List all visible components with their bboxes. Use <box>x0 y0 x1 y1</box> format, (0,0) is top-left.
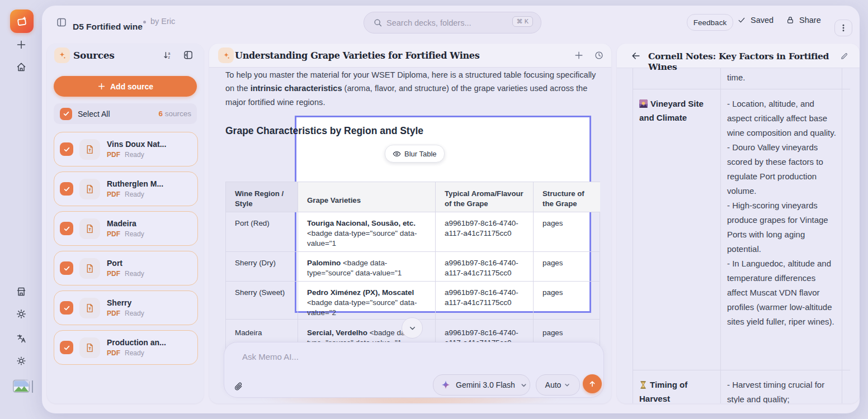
source-card[interactable]: Production an... PDFReady <box>54 330 198 365</box>
blur-table-button[interactable]: Blur Table <box>385 145 445 163</box>
gemini-icon <box>441 380 451 390</box>
sources-sparkle-icon <box>54 47 70 63</box>
select-all-label: Select All <box>78 109 110 118</box>
source-type: PDF <box>107 191 120 198</box>
svg-text:z: z <box>168 55 170 59</box>
app-logo-icon[interactable] <box>10 9 34 33</box>
chevron-down-icon <box>408 324 417 332</box>
add-source-label: Add source <box>110 82 153 91</box>
translate-button[interactable] <box>16 333 27 344</box>
model-label: Gemini 3.0 Flash <box>456 380 515 389</box>
grape-names: Pedro Ximénez (PX), Moscatel <box>307 288 414 297</box>
pdf-file-icon <box>79 298 100 318</box>
saved-label: Saved <box>751 16 773 25</box>
table-header-grapes: Grape Varieties <box>298 182 435 212</box>
cell-structure: pages <box>533 281 600 319</box>
history-clock-button[interactable] <box>594 50 604 60</box>
plus-icon <box>97 82 106 91</box>
back-button[interactable] <box>631 51 641 61</box>
search-shortcut-badge: ⌘ K <box>512 16 533 27</box>
scroll-down-button[interactable] <box>402 317 423 339</box>
chevron-down-icon <box>520 382 527 389</box>
mode-selector[interactable]: Auto <box>536 374 580 396</box>
table-header-structure: Structure of the Grape <box>533 182 600 212</box>
sidebar-toggle-icon[interactable] <box>56 17 67 28</box>
table-header-aroma: Typical Aroma/Flavour of the Grape <box>435 182 533 212</box>
edit-note-button[interactable] <box>840 51 849 60</box>
feedback-button[interactable]: Feedback <box>687 14 733 31</box>
source-title: Port <box>107 259 144 268</box>
source-checkbox[interactable] <box>60 142 73 156</box>
more-options-button[interactable] <box>834 20 852 36</box>
sources-panel: Sources az Add source Select All 6 sourc… <box>47 44 204 403</box>
section-heading: Grape Characteristics by Region and Styl… <box>225 125 423 137</box>
table-gutter <box>842 370 850 403</box>
source-checkbox[interactable] <box>60 222 73 235</box>
source-checkbox[interactable] <box>60 261 73 275</box>
source-status: Ready <box>125 191 144 198</box>
notes-title: Cornell Notes: Key Factors in Fortified … <box>648 51 860 72</box>
deck-title[interactable]: D5 Fortified wine <box>73 22 143 32</box>
theme-brightness-button[interactable] <box>16 355 27 366</box>
source-type: PDF <box>107 151 120 159</box>
cell-structure: pages <box>533 212 600 251</box>
sort-button[interactable]: az <box>163 50 173 60</box>
store-button[interactable] <box>16 286 27 297</box>
select-all-row[interactable]: Select All 6 sources <box>54 103 197 124</box>
cell-region: Sherry (Sweet) <box>225 281 298 319</box>
source-count-label: sources <box>165 109 191 118</box>
grape-badge-text: <badge data-type="source" data-value="2 <box>307 298 417 317</box>
notes-cell: - Harvest timing crucial for style and q… <box>721 370 842 403</box>
cell-aroma: a9961b97-8c16-4740-a117-a41c71175cc0 <box>435 251 533 281</box>
chat-placeholder[interactable]: Ask Memo AI... <box>242 352 299 361</box>
add-source-button[interactable]: Add source <box>54 76 197 97</box>
grape-names: Palomino <box>307 259 341 267</box>
source-title: Rutherglen M... <box>107 179 163 189</box>
source-status: Ready <box>125 270 144 278</box>
cell-region: Port (Red) <box>225 212 298 251</box>
source-status: Ready <box>125 151 144 159</box>
select-all-checkbox[interactable] <box>60 108 72 120</box>
mode-label: Auto <box>545 380 562 389</box>
attach-button[interactable] <box>233 382 244 392</box>
send-button[interactable] <box>583 374 602 393</box>
source-checkbox[interactable] <box>60 301 73 315</box>
source-status: Ready <box>125 230 144 238</box>
pencil-icon <box>840 51 849 60</box>
source-card[interactable]: Vins Doux Nat... PDFReady <box>54 132 198 166</box>
source-card[interactable]: Rutherglen M... PDFReady <box>54 172 198 206</box>
source-checkbox[interactable] <box>60 341 73 354</box>
blur-table-label: Blur Table <box>404 150 437 158</box>
kebab-menu-icon <box>838 23 848 33</box>
source-card[interactable]: Madeira PDFReady <box>54 211 198 246</box>
share-button[interactable]: Share <box>786 16 821 25</box>
home-button[interactable] <box>16 61 27 73</box>
new-deck-button[interactable] <box>16 39 27 50</box>
check-icon <box>63 110 70 117</box>
model-selector[interactable]: Gemini 3.0 Flash <box>433 374 530 396</box>
search-input[interactable]: Search decks, folders... ⌘ K <box>364 12 541 34</box>
collapse-panel-button[interactable] <box>183 50 194 60</box>
cell-aroma: a9961b97-8c16-4740-a117-a41c71175cc0 <box>435 281 533 319</box>
source-title: Sherry <box>107 298 144 308</box>
text-cursor <box>32 380 33 393</box>
pdf-file-icon <box>79 179 100 199</box>
left-rail <box>0 0 42 419</box>
profile-avatar-broken-image-icon[interactable] <box>11 377 31 397</box>
add-note-button[interactable] <box>574 50 584 60</box>
source-checkbox[interactable] <box>60 182 73 196</box>
source-card[interactable]: Port PDFReady <box>54 251 198 285</box>
table-header-region: Wine Region / Style <box>225 182 298 212</box>
grape-names: Touriga Nacional, Sousão, etc. <box>307 219 416 227</box>
topic-cell: Vineyard Site and Climate <box>633 89 721 370</box>
source-card[interactable]: Sherry PDFReady <box>54 291 198 325</box>
topic-label: Vineyard Site and Climate <box>639 99 704 122</box>
cell-aroma: a9961b97-8c16-4740-a117-a41c71175cc0 <box>435 212 533 251</box>
check-icon <box>737 16 746 25</box>
source-type: PDF <box>107 230 120 238</box>
chat-input-container[interactable]: Ask Memo AI... Gemini 3.0 Flash Auto <box>224 342 604 398</box>
pdf-file-icon <box>79 337 100 358</box>
feedback-label: Feedback <box>694 18 727 27</box>
settings-button[interactable] <box>16 308 27 320</box>
cell-grapes: Touriga Nacional, Sousão, etc. <badge da… <box>298 212 435 251</box>
